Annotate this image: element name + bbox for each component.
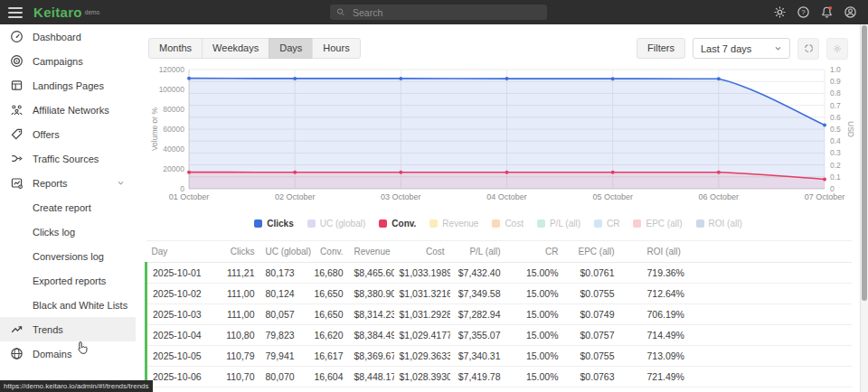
legend-item-uc-global-[interactable]: UC (global): [307, 219, 366, 229]
table-cell: 14.99%: [506, 387, 564, 392]
table-row[interactable]: 2025-10-03111,0080,05716,650$8,314.23$1,…: [146, 304, 853, 325]
sidebar-item-traffic-sources[interactable]: Traffic Sources: [0, 146, 136, 171]
table-cell: 9,616: [300, 387, 349, 392]
filters-button[interactable]: Filters: [637, 38, 685, 59]
data-point[interactable]: [717, 171, 721, 174]
data-point[interactable]: [505, 171, 509, 174]
data-point[interactable]: [611, 171, 615, 174]
sidebar-item-conversions-log[interactable]: Conversions log: [0, 244, 136, 268]
table-cell: $595.4040: [394, 387, 450, 392]
data-point[interactable]: [187, 77, 191, 80]
sidebar-item-clicks-log[interactable]: Clicks log: [0, 219, 136, 244]
tab-months[interactable]: Months: [148, 38, 203, 59]
data-point[interactable]: [399, 77, 402, 80]
table-cell: $7,349.58: [450, 284, 506, 304]
table-cell: 714.49%: [620, 325, 853, 346]
table-cell: 2025-10-01: [146, 263, 210, 284]
table-cell: $0.0755: [564, 387, 620, 392]
sidebar-item-black-and-white-lists[interactable]: Black and White Lists: [0, 293, 136, 317]
bell-icon[interactable]: [820, 5, 834, 19]
column-header[interactable]: Revenue: [349, 241, 394, 263]
gear-icon[interactable]: [773, 5, 787, 19]
app-logo[interactable]: Keitaro: [33, 5, 82, 19]
column-header[interactable]: Clicks: [210, 241, 260, 263]
column-header[interactable]: EPC (all): [564, 241, 620, 263]
table-row[interactable]: 2025-10-06110,7080,07016,604$8,448.17$1,…: [146, 367, 853, 387]
vertical-scrollbar[interactable]: [860, 24, 868, 392]
help-icon[interactable]: ?: [797, 5, 810, 19]
column-header[interactable]: P/L (all): [450, 241, 506, 263]
tab-weekdays[interactable]: Weekdays: [202, 38, 269, 59]
legend-swatch: [633, 219, 641, 228]
data-point[interactable]: [399, 171, 402, 174]
refresh-button[interactable]: [797, 38, 819, 60]
table-row[interactable]: 2025-10-0764,16046,1879,616$4,846.34$595…: [146, 387, 853, 392]
sidebar-item-create-report[interactable]: Create report: [0, 195, 136, 219]
table-row[interactable]: 2025-10-02111,0080,12416,650$8,380.90$1,…: [146, 284, 853, 304]
search-bar[interactable]: [330, 5, 547, 20]
table-row[interactable]: 2025-10-01111,2180,17316,680$8,465.60$1,…: [146, 263, 853, 284]
legend-item-p-l-all-[interactable]: P/L (all): [537, 219, 580, 229]
sidebar-item-label: Affiliate Networks: [33, 105, 109, 116]
menu-icon[interactable]: [8, 7, 23, 18]
legend-item-clicks[interactable]: Clicks: [254, 219, 293, 229]
table-cell: $4,846.34: [349, 387, 394, 392]
sidebar-item-label: Black and White Lists: [33, 300, 127, 311]
table-row[interactable]: 2025-10-04110,8079,82316,620$8,384.49$1,…: [146, 325, 853, 346]
sidebar-item-landings-pages[interactable]: Landings Pages: [0, 73, 136, 98]
table-cell: 712.64%: [620, 284, 853, 304]
data-point[interactable]: [717, 77, 721, 80]
sidebar-item-reports[interactable]: Reports: [0, 171, 136, 195]
tab-days[interactable]: Days: [269, 38, 313, 59]
sidebar-item-label: Trends: [33, 324, 63, 335]
sidebar-item-exported-reports[interactable]: Exported reports: [0, 268, 136, 293]
column-header[interactable]: CR: [506, 241, 564, 263]
data-point[interactable]: [293, 77, 297, 80]
sidebar-item-label: Landings Pages: [33, 80, 104, 91]
legend-item-conv-[interactable]: Conv.: [379, 219, 416, 229]
legend-label: P/L (all): [550, 219, 580, 229]
legend-label: CR: [607, 219, 619, 229]
chart-settings-button[interactable]: [826, 38, 848, 60]
user-icon[interactable]: [844, 5, 857, 19]
sidebar-item-label: Clicks log: [33, 227, 75, 238]
table-row[interactable]: 2025-10-05110,7979,94116,617$8,369.67$1,…: [146, 346, 853, 367]
sidebar-item-campaigns[interactable]: Campaigns: [0, 49, 136, 73]
search-input[interactable]: [351, 6, 541, 19]
column-header[interactable]: UC (global): [260, 241, 300, 263]
sidebar-item-affiliate-networks[interactable]: Affiliate Networks: [0, 98, 136, 122]
table-cell: $8,314.23: [349, 304, 394, 325]
column-header[interactable]: Day: [146, 241, 210, 263]
y2-tick-label: 0.8: [830, 89, 841, 98]
table-cell: 2025-10-02: [146, 284, 210, 304]
column-header[interactable]: ROI (all): [620, 241, 853, 263]
legend-item-revenue[interactable]: Revenue: [429, 219, 478, 229]
data-point[interactable]: [611, 77, 615, 80]
chart-legend: ClicksUC (global)Conv.RevenueCostP/L (al…: [136, 219, 861, 229]
sidebar-item-offers[interactable]: Offers: [0, 122, 136, 146]
data-point[interactable]: [187, 171, 191, 174]
data-point[interactable]: [823, 177, 826, 181]
y-tick-label: 20000: [163, 164, 184, 173]
data-point[interactable]: [505, 77, 509, 80]
date-range-select[interactable]: Last 7 days: [693, 38, 790, 59]
column-header[interactable]: Cost: [394, 241, 450, 263]
legend-item-cr[interactable]: CR: [594, 219, 619, 229]
table-cell: $0.0755: [564, 346, 620, 367]
data-point[interactable]: [823, 123, 826, 126]
table-cell: 110,80: [210, 325, 260, 346]
legend-item-epc-all-[interactable]: EPC (all): [633, 219, 682, 229]
traffic-icon: [10, 152, 24, 165]
sidebar-item-domains[interactable]: Domains: [0, 341, 136, 366]
data-point[interactable]: [293, 171, 297, 174]
legend-swatch: [429, 219, 438, 228]
tab-hours[interactable]: Hours: [312, 38, 360, 59]
table-cell: $1,031.2928: [394, 304, 450, 325]
legend-item-roi-all-[interactable]: ROI (all): [696, 219, 742, 229]
legend-item-cost[interactable]: Cost: [492, 219, 524, 229]
legend-label: Clicks: [267, 219, 293, 229]
scrollbar-thumb[interactable]: [862, 25, 867, 301]
y2-tick-label: 0.9: [830, 77, 841, 86]
sidebar-item-dashboard[interactable]: Dashboard: [0, 24, 136, 49]
sidebar-item-trends[interactable]: Trends: [0, 317, 136, 341]
